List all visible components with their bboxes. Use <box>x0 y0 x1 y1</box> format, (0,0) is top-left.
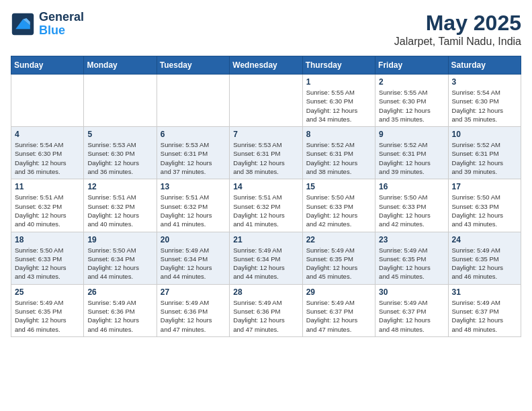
day-number: 30 <box>379 287 444 297</box>
calendar-week-row: 4Sunrise: 5:54 AM Sunset: 6:30 PM Daylig… <box>11 127 521 179</box>
day-number: 17 <box>452 182 517 191</box>
calendar-cell: 1Sunrise: 5:55 AM Sunset: 6:30 PM Daylig… <box>302 75 375 127</box>
calendar-week-row: 11Sunrise: 5:51 AM Sunset: 6:32 PM Dayli… <box>11 179 521 232</box>
calendar-cell: 31Sunrise: 5:49 AM Sunset: 6:37 PM Dayli… <box>448 284 521 336</box>
calendar-week-row: 18Sunrise: 5:50 AM Sunset: 6:33 PM Dayli… <box>11 232 521 284</box>
calendar-cell: 20Sunrise: 5:49 AM Sunset: 6:34 PM Dayli… <box>157 232 229 284</box>
day-number: 22 <box>306 235 371 244</box>
calendar-day-header: Wednesday <box>230 56 302 75</box>
day-number: 6 <box>161 130 226 139</box>
day-info: Sunrise: 5:49 AM Sunset: 6:35 PM Dayligh… <box>15 298 80 334</box>
day-number: 3 <box>452 77 517 87</box>
logo-icon <box>11 12 35 36</box>
calendar-cell: 17Sunrise: 5:50 AM Sunset: 6:33 PM Dayli… <box>448 179 521 232</box>
day-number: 15 <box>306 182 371 191</box>
day-info: Sunrise: 5:54 AM Sunset: 6:30 PM Dayligh… <box>15 140 80 176</box>
calendar-cell: 7Sunrise: 5:53 AM Sunset: 6:31 PM Daylig… <box>230 127 302 179</box>
calendar-cell: 24Sunrise: 5:49 AM Sunset: 6:35 PM Dayli… <box>448 232 521 284</box>
calendar-cell: 22Sunrise: 5:49 AM Sunset: 6:35 PM Dayli… <box>302 232 375 284</box>
day-info: Sunrise: 5:52 AM Sunset: 6:31 PM Dayligh… <box>306 140 371 176</box>
logo-text: General Blue <box>39 11 84 38</box>
page-subtitle: Jalarpet, Tamil Nadu, India <box>394 36 521 48</box>
day-number: 24 <box>452 235 517 244</box>
calendar-cell: 4Sunrise: 5:54 AM Sunset: 6:30 PM Daylig… <box>11 127 84 179</box>
logo-line2: Blue <box>39 24 84 38</box>
day-info: Sunrise: 5:50 AM Sunset: 6:33 PM Dayligh… <box>15 246 80 281</box>
day-info: Sunrise: 5:54 AM Sunset: 6:30 PM Dayligh… <box>452 88 517 124</box>
day-number: 20 <box>161 235 226 244</box>
calendar-day-header: Friday <box>375 56 448 75</box>
calendar-cell: 13Sunrise: 5:51 AM Sunset: 6:32 PM Dayli… <box>157 179 229 232</box>
day-info: Sunrise: 5:50 AM Sunset: 6:34 PM Dayligh… <box>87 246 152 281</box>
day-number: 11 <box>15 182 80 191</box>
calendar-cell: 11Sunrise: 5:51 AM Sunset: 6:32 PM Dayli… <box>11 179 84 232</box>
calendar-header-row: SundayMondayTuesdayWednesdayThursdayFrid… <box>11 56 521 75</box>
calendar-cell <box>157 75 229 127</box>
calendar-day-header: Saturday <box>448 56 521 75</box>
day-info: Sunrise: 5:53 AM Sunset: 6:31 PM Dayligh… <box>161 140 226 176</box>
day-number: 1 <box>306 77 371 87</box>
calendar-cell: 21Sunrise: 5:49 AM Sunset: 6:34 PM Dayli… <box>230 232 302 284</box>
calendar-day-header: Monday <box>84 56 157 75</box>
page-header: General Blue May 2025 Jalarpet, Tamil Na… <box>11 11 521 48</box>
day-info: Sunrise: 5:50 AM Sunset: 6:33 PM Dayligh… <box>452 193 517 228</box>
calendar-cell: 23Sunrise: 5:49 AM Sunset: 6:35 PM Dayli… <box>375 232 448 284</box>
day-info: Sunrise: 5:49 AM Sunset: 6:35 PM Dayligh… <box>306 246 371 281</box>
calendar-cell: 10Sunrise: 5:52 AM Sunset: 6:31 PM Dayli… <box>448 127 521 179</box>
calendar-day-header: Sunday <box>11 56 84 75</box>
calendar-cell: 18Sunrise: 5:50 AM Sunset: 6:33 PM Dayli… <box>11 232 84 284</box>
day-number: 21 <box>233 235 298 244</box>
day-info: Sunrise: 5:51 AM Sunset: 6:32 PM Dayligh… <box>161 193 226 228</box>
day-info: Sunrise: 5:49 AM Sunset: 6:37 PM Dayligh… <box>306 298 371 334</box>
day-info: Sunrise: 5:49 AM Sunset: 6:37 PM Dayligh… <box>452 298 517 334</box>
day-info: Sunrise: 5:49 AM Sunset: 6:34 PM Dayligh… <box>233 246 298 281</box>
day-number: 29 <box>306 287 371 297</box>
day-info: Sunrise: 5:51 AM Sunset: 6:32 PM Dayligh… <box>233 193 298 228</box>
day-info: Sunrise: 5:55 AM Sunset: 6:30 PM Dayligh… <box>379 88 444 124</box>
calendar-cell: 15Sunrise: 5:50 AM Sunset: 6:33 PM Dayli… <box>302 179 375 232</box>
calendar-cell: 25Sunrise: 5:49 AM Sunset: 6:35 PM Dayli… <box>11 284 84 336</box>
calendar-cell: 30Sunrise: 5:49 AM Sunset: 6:37 PM Dayli… <box>375 284 448 336</box>
day-info: Sunrise: 5:49 AM Sunset: 6:36 PM Dayligh… <box>161 298 226 334</box>
calendar-day-header: Thursday <box>302 56 375 75</box>
day-number: 5 <box>87 130 152 139</box>
day-info: Sunrise: 5:49 AM Sunset: 6:36 PM Dayligh… <box>233 298 298 334</box>
calendar-cell: 16Sunrise: 5:50 AM Sunset: 6:33 PM Dayli… <box>375 179 448 232</box>
calendar-day-header: Tuesday <box>157 56 229 75</box>
day-number: 2 <box>379 77 444 87</box>
day-info: Sunrise: 5:52 AM Sunset: 6:31 PM Dayligh… <box>452 140 517 176</box>
calendar-table: SundayMondayTuesdayWednesdayThursdayFrid… <box>11 56 521 337</box>
day-info: Sunrise: 5:52 AM Sunset: 6:31 PM Dayligh… <box>379 140 444 176</box>
day-number: 27 <box>161 287 226 297</box>
day-number: 18 <box>15 235 80 244</box>
calendar-cell: 29Sunrise: 5:49 AM Sunset: 6:37 PM Dayli… <box>302 284 375 336</box>
day-number: 14 <box>233 182 298 191</box>
day-info: Sunrise: 5:49 AM Sunset: 6:34 PM Dayligh… <box>161 246 226 281</box>
day-number: 7 <box>233 130 298 139</box>
calendar-week-row: 1Sunrise: 5:55 AM Sunset: 6:30 PM Daylig… <box>11 75 521 127</box>
day-number: 28 <box>233 287 298 297</box>
day-info: Sunrise: 5:50 AM Sunset: 6:33 PM Dayligh… <box>306 193 371 228</box>
day-info: Sunrise: 5:53 AM Sunset: 6:31 PM Dayligh… <box>233 140 298 176</box>
day-number: 31 <box>452 287 517 297</box>
calendar-cell <box>84 75 157 127</box>
day-number: 16 <box>379 182 444 191</box>
day-info: Sunrise: 5:49 AM Sunset: 6:36 PM Dayligh… <box>87 298 152 334</box>
day-number: 26 <box>87 287 152 297</box>
calendar-cell: 19Sunrise: 5:50 AM Sunset: 6:34 PM Dayli… <box>84 232 157 284</box>
day-info: Sunrise: 5:55 AM Sunset: 6:30 PM Dayligh… <box>306 88 371 124</box>
day-info: Sunrise: 5:51 AM Sunset: 6:32 PM Dayligh… <box>87 193 152 228</box>
day-info: Sunrise: 5:53 AM Sunset: 6:30 PM Dayligh… <box>87 140 152 176</box>
calendar-cell: 14Sunrise: 5:51 AM Sunset: 6:32 PM Dayli… <box>230 179 302 232</box>
day-number: 4 <box>15 130 80 139</box>
calendar-cell: 5Sunrise: 5:53 AM Sunset: 6:30 PM Daylig… <box>84 127 157 179</box>
day-number: 12 <box>87 182 152 191</box>
day-number: 25 <box>15 287 80 297</box>
day-number: 10 <box>452 130 517 139</box>
calendar-cell: 28Sunrise: 5:49 AM Sunset: 6:36 PM Dayli… <box>230 284 302 336</box>
calendar-cell: 2Sunrise: 5:55 AM Sunset: 6:30 PM Daylig… <box>375 75 448 127</box>
calendar-cell: 27Sunrise: 5:49 AM Sunset: 6:36 PM Dayli… <box>157 284 229 336</box>
calendar-cell: 6Sunrise: 5:53 AM Sunset: 6:31 PM Daylig… <box>157 127 229 179</box>
calendar-cell: 8Sunrise: 5:52 AM Sunset: 6:31 PM Daylig… <box>302 127 375 179</box>
day-info: Sunrise: 5:49 AM Sunset: 6:35 PM Dayligh… <box>452 246 517 281</box>
